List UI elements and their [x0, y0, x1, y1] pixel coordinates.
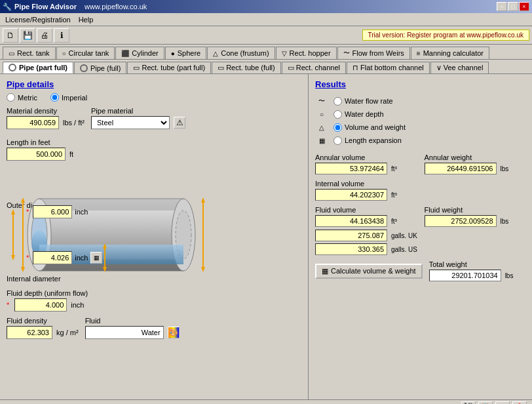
svg-marker-11 — [21, 267, 25, 272]
fluid-volume-group: Fluid volume ft³ — [315, 206, 417, 227]
fluid-density-field: Fluid density kg / m² — [7, 317, 79, 339]
svg-marker-20 — [201, 267, 205, 272]
annular-volume-group: Annular volume ft³ — [315, 153, 417, 174]
maximize-button[interactable]: □ — [508, 2, 518, 11]
bottom-btn-2[interactable]: 📋 — [478, 401, 493, 405]
svg-marker-14 — [11, 255, 15, 260]
minimize-button[interactable]: − — [497, 2, 507, 11]
units-radio-row: Metric Imperial — [7, 93, 301, 102]
total-weight-group: Total weight lbs — [429, 260, 514, 281]
galls-us-input — [315, 243, 387, 255]
outer-diameter-input[interactable] — [33, 205, 72, 218]
lookup-button[interactable]: ▦ — [90, 252, 102, 264]
length-expansion-icon: ▦ — [315, 135, 328, 146]
total-weight-input — [429, 270, 501, 281]
close-button[interactable]: × — [519, 2, 529, 11]
tab-manning[interactable]: ≡Manning calculator — [411, 47, 489, 59]
right-panel: Results 〜 Water flow rate ○ Water depth … — [308, 74, 532, 399]
menu-license[interactable]: License/Registration — [1, 14, 75, 25]
menu-help[interactable]: Help — [75, 14, 98, 25]
volume-weight-radio[interactable] — [333, 123, 342, 132]
water-depth-radio[interactable] — [333, 110, 342, 119]
radio-volume-weight: △ Volume and weight — [315, 122, 525, 132]
svg-marker-10 — [21, 197, 25, 203]
app-title: Pipe Flow Advisor — [14, 3, 77, 10]
radio-flow-rate: 〜 Water flow rate — [315, 96, 525, 106]
tab-flow-weirs[interactable]: 〜Flow from Weirs — [337, 47, 410, 59]
tab-circular-tank[interactable]: ○Circular tank — [56, 47, 115, 59]
fluid-weight-input — [425, 215, 497, 227]
bottom-bar: * dimensions in inches 💾 📋 🖨 📤 — [0, 399, 532, 404]
toolbar-btn-3[interactable]: 🖨 — [37, 28, 52, 43]
fluid-field: Fluid 🎨 — [85, 317, 180, 339]
tab-row-2: Pipe (part full) Pipe (full) ▭ Rect. tub… — [0, 60, 532, 74]
tab-rect-channel[interactable]: ▭ Rect. channel — [282, 62, 346, 73]
imperial-radio-label[interactable]: Imperial — [50, 93, 87, 102]
tab-row-1: ▭Rect. tank ○Circular tank ⬛Cylinder ●Sp… — [0, 45, 532, 60]
radio-length-expansion: ▦ Length expansion — [315, 135, 525, 146]
toolbar-btn-4[interactable]: ℹ — [54, 28, 69, 43]
trial-notice: Trial version: Register program at www.p… — [362, 30, 530, 41]
tab-pipe-full[interactable]: Pipe (full) — [74, 62, 126, 73]
main-content: Pipe details Metric Imperial Material de… — [0, 74, 532, 399]
fluid-input[interactable] — [85, 326, 164, 339]
fluid-picker-button[interactable]: 🎨 — [168, 327, 180, 338]
svg-marker-13 — [11, 209, 15, 214]
bottom-btn-3[interactable]: 🖨 — [495, 401, 510, 405]
tab-vee-channel[interactable]: ∨ Vee channel — [430, 62, 489, 73]
tab-rect-tube-full[interactable]: ▭ Rect. tube (full) — [212, 62, 281, 73]
bottom-icons: 💾 📋 🖨 📤 — [461, 401, 527, 405]
radio-water-depth: ○ Water depth — [315, 109, 525, 119]
pipe-material-select[interactable]: Steel — [91, 116, 170, 129]
tab-rect-tank[interactable]: ▭Rect. tank — [3, 47, 56, 59]
pipe-svg — [7, 166, 216, 297]
material-density-input[interactable] — [7, 116, 59, 129]
calculate-button[interactable]: ▦ Calculate volume & weight — [315, 264, 423, 279]
bottom-btn-4[interactable]: 📤 — [512, 401, 527, 405]
left-panel: Pipe details Metric Imperial Material de… — [0, 74, 308, 399]
app-icon: 🔧 — [3, 3, 12, 11]
app-website: www.pipeflow.co.uk — [85, 3, 147, 10]
tab-cone[interactable]: △Cone (frustum) — [207, 47, 275, 59]
water-depth-icon: ○ — [315, 109, 328, 119]
fluid-volume-input — [315, 215, 387, 227]
pipe-details-title: Pipe details — [7, 79, 301, 89]
imperial-radio[interactable] — [50, 93, 59, 102]
title-bar: 🔧 Pipe Flow Advisor www.pipeflow.co.uk −… — [0, 0, 532, 13]
warning-button[interactable]: ⚠ — [174, 117, 185, 129]
annular-weight-input — [425, 163, 497, 174]
calc-icon: ▦ — [322, 267, 328, 275]
results-title: Results — [315, 79, 525, 89]
annular-volume-input — [315, 163, 387, 174]
tab-rect-tube-part[interactable]: ▭ Rect. tube (part full) — [127, 62, 211, 73]
annular-weight-group: Annular weight lbs — [425, 153, 526, 174]
toolbar: 🗋 💾 🖨 ℹ Trial version: Register program … — [0, 26, 532, 45]
result-radio-group: 〜 Water flow rate ○ Water depth △ Volume… — [315, 96, 525, 146]
toolbar-btn-1[interactable]: 🗋 — [3, 28, 18, 43]
internal-diameter-input[interactable] — [33, 251, 72, 264]
toolbar-btn-2[interactable]: 💾 — [20, 28, 35, 43]
length-input[interactable] — [7, 148, 66, 161]
internal-volume-group: Internal volume ft³ — [315, 180, 417, 201]
length-expansion-radio[interactable] — [333, 136, 342, 145]
fluid-density-input[interactable] — [7, 326, 52, 339]
tab-cylinder[interactable]: ⬛Cylinder — [115, 47, 164, 59]
tab-flat-bottom[interactable]: ⊓ Flat bottom channel — [347, 62, 430, 73]
pipe-diagram: * inch * inch ▦ — [7, 166, 301, 310]
tab-rect-hopper[interactable]: ▽Rect. hopper — [276, 47, 337, 59]
flow-rate-radio[interactable] — [333, 97, 342, 106]
pipe-material-field: Pipe material Steel ⚠ — [91, 107, 185, 129]
volume-weight-icon: △ — [315, 122, 328, 132]
menu-bar: License/Registration Help — [0, 13, 532, 26]
bottom-btn-1[interactable]: 💾 — [461, 401, 476, 405]
internal-volume-input — [315, 189, 387, 201]
metric-radio-label[interactable]: Metric — [7, 93, 37, 102]
tab-sphere[interactable]: ●Sphere — [165, 47, 207, 59]
galls-uk-input — [315, 230, 387, 241]
metric-radio[interactable] — [7, 93, 15, 102]
fluid-weight-group: Fluid weight lbs — [425, 206, 526, 227]
tab-pipe-part-full[interactable]: Pipe (part full) — [3, 62, 73, 73]
flow-rate-icon: 〜 — [315, 96, 328, 106]
material-density-field: Material density lbs / ft² — [7, 107, 85, 129]
length-field: Length in feet ft — [7, 138, 301, 161]
